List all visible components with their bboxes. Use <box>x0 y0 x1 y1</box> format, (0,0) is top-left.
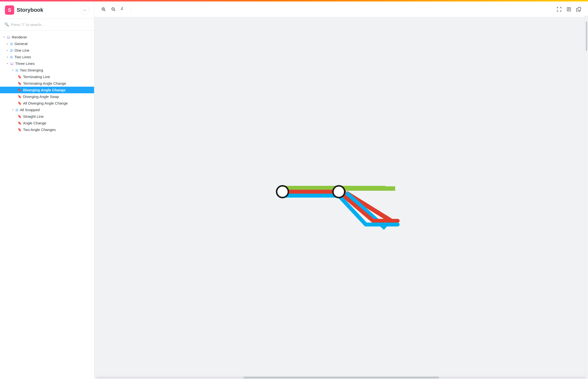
chevron-icon: ▾ <box>12 69 14 71</box>
vertical-scrollbar-thumb[interactable] <box>586 22 587 51</box>
logo-area: S Storybook <box>5 5 43 15</box>
search-area: 🔍 Press "/" to search... <box>0 19 94 30</box>
sidebar-item-three-lines[interactable]: ▾ 🗂 Three Lines <box>0 60 94 67</box>
sidebar-item-two-lines[interactable]: ▸ ⊞ Two Lines <box>0 54 94 60</box>
sidebar-item-diverging-angle-swap[interactable]: 🔖 Diverging Angle Swap <box>0 93 94 100</box>
scrollbar-thumb[interactable] <box>243 377 439 379</box>
sidebar-item-label: Diverging Angle Swap <box>23 95 59 99</box>
copy-button[interactable] <box>574 5 583 14</box>
story-icon: 🔖 <box>18 101 22 105</box>
sidebar-header: S Storybook ··· <box>0 1 94 19</box>
chevron-icon: ▸ <box>7 56 8 58</box>
component-icon: ⊞ <box>16 108 18 112</box>
chevron-icon: ▾ <box>12 109 14 111</box>
chevron-icon: ▾ <box>7 62 8 65</box>
toolbar-right <box>555 5 583 14</box>
story-icon: 🔖 <box>18 95 22 98</box>
nav-tree: ▾ 🗂 Renderer ▸ ⊞ General ▸ ⊞ One Line ▸ … <box>0 30 94 379</box>
sidebar-item-label: Renderer <box>12 35 27 39</box>
transit-diagram <box>268 160 415 233</box>
svg-rect-9 <box>578 7 581 11</box>
sidebar-item-terminating-angle-change[interactable]: 🔖 Terminating Angle Change <box>0 80 94 87</box>
story-icon: 🔖 <box>18 115 22 118</box>
story-icon: 🔖 <box>18 128 22 131</box>
sidebar-item-label: Two Diverging <box>20 68 43 72</box>
sidebar-item-renderer[interactable]: ▾ 🗂 Renderer <box>0 34 94 40</box>
menu-button[interactable]: ··· <box>80 5 89 15</box>
share-button[interactable] <box>564 5 573 14</box>
story-icon: 🔖 <box>18 75 22 79</box>
sidebar-item-two-angle-changes[interactable]: 🔖 Two Angle Changes <box>0 126 94 133</box>
vertical-scrollbar[interactable] <box>585 16 588 376</box>
folder-icon: 🗂 <box>10 62 14 66</box>
svg-point-19 <box>333 186 345 198</box>
sidebar-item-all-diverging-angle-change[interactable]: 🔖 All Diverging Angle Change <box>0 100 94 107</box>
horizontal-scrollbar[interactable] <box>94 376 588 379</box>
search-icon: 🔍 <box>4 22 9 27</box>
search-input-wrap[interactable]: 🔍 Press "/" to search... <box>4 22 90 27</box>
component-icon: ⊞ <box>16 68 18 72</box>
toolbar <box>94 1 588 17</box>
sidebar-item-label: General <box>15 42 27 46</box>
sidebar-item-diverging-angle-change[interactable]: 🔖 Diverging Angle Change <box>0 87 94 93</box>
component-icon: ⊞ <box>10 42 13 46</box>
zoom-out-button[interactable] <box>109 5 118 14</box>
folder-icon: 🗂 <box>7 35 10 39</box>
reset-zoom-button[interactable] <box>119 5 128 14</box>
app-container: S Storybook ··· 🔍 Press "/" to search...… <box>0 1 588 379</box>
story-icon: 🔖 <box>18 88 22 92</box>
sidebar-item-general[interactable]: ▸ ⊞ General <box>0 40 94 47</box>
svg-point-18 <box>277 186 288 198</box>
sidebar-item-label: Terminating Line <box>23 75 50 79</box>
svg-line-1 <box>104 10 106 11</box>
sidebar-item-straight-line[interactable]: 🔖 Straight Line <box>0 113 94 120</box>
component-icon: ⊞ <box>10 48 13 52</box>
story-icon: 🔖 <box>18 121 22 125</box>
sidebar-item-label: Terminating Angle Change <box>23 81 66 85</box>
story-icon: 🔖 <box>18 81 22 85</box>
search-placeholder-text: Press "/" to search... <box>11 23 44 27</box>
app-title: Storybook <box>17 7 43 13</box>
sidebar-item-label: Angle Change <box>23 121 46 125</box>
chevron-icon: ▸ <box>7 49 8 52</box>
sidebar-item-label: Straight Line <box>23 114 44 118</box>
sidebar-item-one-line[interactable]: ▸ ⊞ One Line <box>0 47 94 54</box>
sidebar-item-label: All Snapped <box>20 108 40 112</box>
chevron-icon: ▸ <box>7 42 8 45</box>
zoom-in-button[interactable] <box>99 5 108 14</box>
sidebar-item-two-diverging[interactable]: ▾ ⊞ Two Diverging <box>0 67 94 73</box>
sidebar-item-all-snapped[interactable]: ▾ ⊞ All Snapped <box>0 107 94 113</box>
sidebar-item-label: All Diverging Angle Change <box>23 101 68 105</box>
scrollbar-track <box>96 377 586 379</box>
main-content <box>94 1 588 379</box>
sidebar-item-label: One Line <box>15 48 29 52</box>
sidebar: S Storybook ··· 🔍 Press "/" to search...… <box>0 1 94 379</box>
sidebar-item-label: Two Angle Changes <box>23 127 56 132</box>
toolbar-divider <box>131 6 131 13</box>
fullscreen-button[interactable] <box>555 5 563 14</box>
storybook-logo-icon: S <box>5 5 14 15</box>
sidebar-item-label: Two Lines <box>15 55 31 59</box>
sidebar-item-terminating-line[interactable]: 🔖 Terminating Line <box>0 73 94 80</box>
sidebar-item-label: Diverging Angle Change <box>23 88 66 92</box>
sidebar-item-label: Three Lines <box>15 62 34 66</box>
svg-line-5 <box>114 10 115 11</box>
sidebar-item-angle-change[interactable]: 🔖 Angle Change <box>0 120 94 126</box>
canvas-area <box>94 17 588 376</box>
component-icon: ⊞ <box>10 55 13 59</box>
chevron-icon: ▾ <box>3 36 5 38</box>
